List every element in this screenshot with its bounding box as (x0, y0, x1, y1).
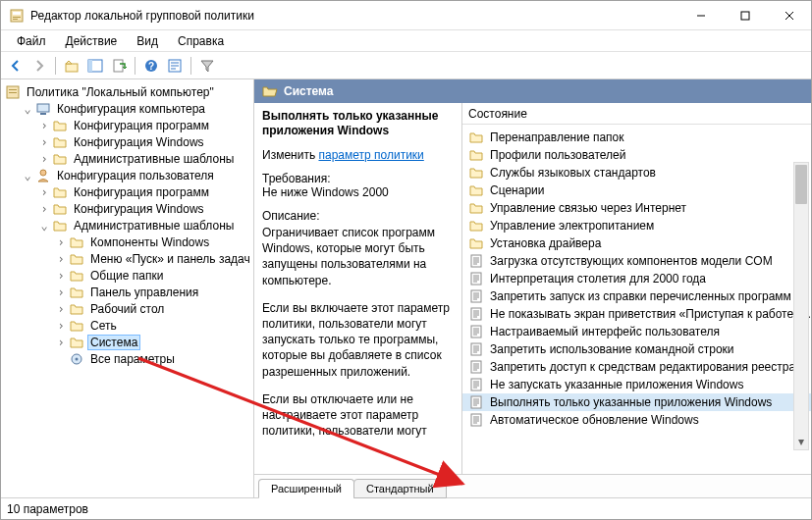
scroll-down-icon[interactable]: ▾ (794, 434, 808, 449)
tree-admin-templates[interactable]: ⌄Административные шаблоны (34, 217, 253, 234)
tree-item[interactable]: ›Конфигурация Windows (34, 200, 253, 217)
show-hide-tree-button[interactable] (84, 55, 106, 77)
list-folder[interactable]: Сценарии (462, 182, 811, 199)
policy-file-icon (468, 253, 484, 269)
list-folder[interactable]: Управление электропитанием (462, 217, 811, 234)
list-item-label: Сценарии (490, 183, 544, 197)
policy-file-icon (468, 271, 484, 286)
maximize-button[interactable] (723, 1, 767, 30)
menu-help[interactable]: Справка (168, 32, 234, 50)
list-pane[interactable]: Состояние Перенаправление папокПрофили п… (462, 103, 811, 474)
expand-icon[interactable]: › (55, 320, 67, 332)
export-list-button[interactable] (108, 55, 130, 77)
svg-rect-11 (114, 60, 123, 72)
toolbar-separator (190, 57, 191, 75)
tree-item[interactable]: › Система (51, 334, 253, 350)
svg-rect-0 (11, 10, 23, 22)
tree-pane[interactable]: Политика "Локальный компьютер" ⌄ Конфигу… (1, 79, 254, 497)
list-item-label: Установка драйвера (490, 236, 601, 250)
list-policy[interactable]: Не запускать указанные приложения Window… (462, 376, 811, 393)
user-icon (35, 168, 51, 183)
tree-item[interactable]: › Компоненты Windows (51, 234, 253, 250)
list-policy[interactable]: Загрузка отсутствующих компонентов модел… (462, 252, 811, 270)
list-item-label: Выполнять только указанные приложения Wi… (490, 395, 772, 409)
policy-file-icon (468, 288, 484, 304)
list-folder[interactable]: Управление связью через Интернет (462, 199, 811, 217)
list-policy[interactable]: Настраиваемый интерфейс пользователя (462, 323, 811, 340)
scroll-thumb[interactable] (795, 165, 807, 204)
list-policy[interactable]: Автоматическое обновление Windows (462, 411, 811, 429)
expand-icon[interactable]: › (55, 286, 67, 298)
folder-icon (52, 134, 68, 150)
node-label: Система (88, 336, 139, 349)
tree-item[interactable]: ›Административные шаблоны (34, 150, 253, 167)
window-title: Редактор локальной групповой политики (30, 9, 678, 23)
list-folder[interactable]: Профили пользователей (462, 146, 811, 164)
list-policy[interactable]: Запретить использование командной строки (462, 340, 811, 358)
category-title: Система (284, 84, 334, 98)
tree-item[interactable]: › Рабочий стол (51, 300, 253, 317)
svg-rect-19 (9, 89, 17, 90)
list-item-label: Перенаправление папок (490, 130, 624, 144)
back-button[interactable] (5, 55, 27, 77)
expand-icon[interactable]: › (38, 120, 50, 131)
menu-file[interactable]: Файл (7, 32, 56, 50)
expand-icon[interactable]: › (55, 236, 67, 248)
folder-icon (468, 165, 484, 181)
list-folder[interactable]: Установка драйвера (462, 234, 811, 252)
tree-user-config[interactable]: ⌄ Конфигурация пользователя (18, 167, 253, 183)
folder-icon (468, 130, 484, 145)
tree-item[interactable]: › Сеть (51, 317, 253, 334)
close-button[interactable] (767, 1, 811, 30)
tree-item[interactable]: › Панель управления (51, 284, 253, 300)
expand-icon[interactable]: › (38, 136, 50, 148)
tab-extended[interactable]: Расширенный (258, 479, 354, 498)
collapse-icon[interactable]: ⌄ (38, 220, 50, 232)
up-button[interactable] (61, 55, 82, 77)
policy-file-icon (468, 394, 484, 410)
node-label: Все параметры (88, 352, 177, 366)
svg-rect-56 (471, 361, 481, 373)
toolbar-separator (55, 57, 56, 75)
filter-button[interactable] (196, 55, 218, 77)
expand-icon[interactable]: › (38, 153, 50, 165)
properties-button[interactable] (164, 55, 186, 77)
list-policy[interactable]: Запретить запуск из справки перечисленны… (462, 287, 811, 305)
tree-item[interactable]: › Меню «Пуск» и панель задач (51, 250, 253, 267)
menu-view[interactable]: Вид (127, 32, 168, 50)
collapse-icon[interactable]: ⌄ (22, 170, 33, 182)
expand-icon[interactable]: › (55, 270, 67, 282)
tab-standard[interactable]: Стандартный (353, 479, 447, 498)
folder-icon (52, 151, 68, 167)
tree-all-settings[interactable]: Все параметры (51, 350, 253, 367)
list-policy[interactable]: Интерпретация столетия для 2000 года (462, 270, 811, 287)
node-label: Панель управления (88, 286, 200, 299)
expand-icon[interactable]: › (55, 337, 67, 348)
help-button[interactable]: ? (140, 55, 162, 77)
forward-button[interactable] (28, 55, 50, 77)
node-label: Конфигурация пользователя (55, 169, 216, 182)
menu-action[interactable]: Действие (56, 32, 128, 50)
expand-icon[interactable]: › (55, 303, 67, 315)
list-folder[interactable]: Перенаправление папок (462, 129, 811, 146)
collapse-icon[interactable]: ⌄ (22, 103, 33, 115)
list-policy[interactable]: Не показывать экран приветствия «Приступ… (462, 305, 811, 323)
list-policy[interactable]: Запретить доступ к средствам редактирова… (462, 358, 811, 376)
tree-item[interactable]: ›Конфигурация программ (34, 183, 253, 200)
expand-icon[interactable]: › (55, 253, 67, 265)
expand-icon[interactable]: › (38, 203, 50, 215)
minimize-button[interactable] (678, 1, 723, 30)
tree-computer-config[interactable]: ⌄ Конфигурация компьютера (18, 100, 253, 117)
tree-item[interactable]: › Общие папки (51, 267, 253, 284)
tree-root[interactable]: Политика "Локальный компьютер" (1, 83, 253, 100)
tree-item[interactable]: ›Конфигурация программ (34, 117, 253, 133)
folder-icon (69, 251, 84, 267)
edit-policy-link[interactable]: параметр политики (318, 148, 423, 162)
edit-label: Изменить (262, 148, 315, 162)
expand-icon[interactable]: › (38, 186, 50, 198)
vertical-scrollbar[interactable]: ▴ ▾ (793, 162, 809, 450)
column-header[interactable]: Состояние (462, 103, 811, 125)
tree-item[interactable]: ›Конфигурация Windows (34, 133, 253, 150)
list-folder[interactable]: Службы языковых стандартов (462, 164, 811, 182)
list-policy[interactable]: Выполнять только указанные приложения Wi… (462, 393, 811, 411)
